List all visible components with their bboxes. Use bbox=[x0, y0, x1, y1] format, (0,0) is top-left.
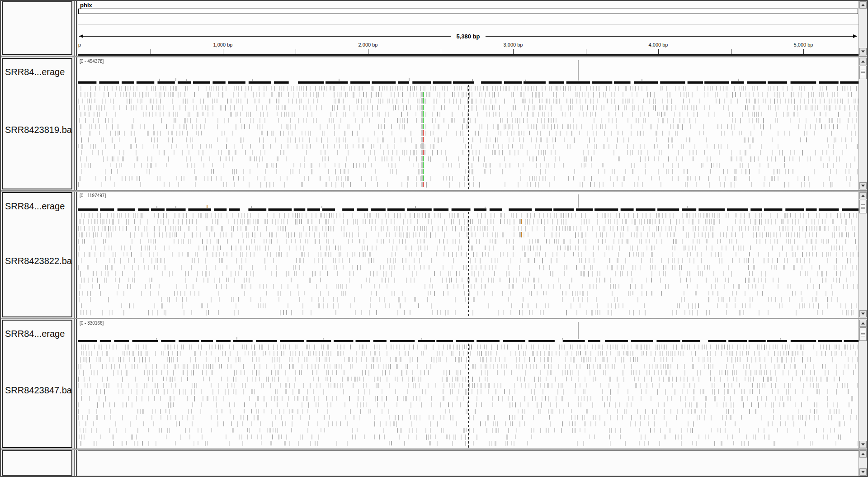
ruler-tick bbox=[658, 49, 659, 54]
scroll-up-button[interactable] bbox=[859, 58, 867, 65]
bottom-label-box bbox=[2, 450, 72, 476]
alignment-canvas[interactable] bbox=[78, 57, 859, 190]
panel-split-handle[interactable] bbox=[73, 450, 78, 476]
header-scrollbar[interactable] bbox=[859, 1, 867, 56]
ruler-tick bbox=[513, 49, 514, 54]
ruler-tick-label: 1,000 bp bbox=[213, 42, 233, 47]
triangle-down-icon bbox=[861, 444, 865, 446]
ruler-edge-partial-label: p bbox=[78, 42, 81, 47]
ruler-tick-label: 5,000 bp bbox=[794, 42, 813, 47]
scrollbar-thumb[interactable] bbox=[859, 66, 867, 79]
header-label-box bbox=[2, 1, 72, 55]
ruler-tick bbox=[441, 49, 441, 54]
track3-label-box[interactable]: SRR84...erage SRR8423847.ban bbox=[2, 320, 72, 448]
triangle-down-icon bbox=[861, 51, 865, 53]
triangle-up-icon bbox=[861, 4, 865, 6]
ruler-tick bbox=[586, 49, 586, 54]
track3-left-column: SRR84...erage SRR8423847.ban bbox=[1, 319, 73, 449]
ruler-tick bbox=[296, 49, 296, 54]
alignment-canvas[interactable] bbox=[78, 192, 859, 318]
alignment-track-label[interactable]: SRR8423847.ban bbox=[5, 385, 72, 396]
triangle-down-icon bbox=[861, 313, 865, 315]
triangle-down-icon bbox=[861, 185, 865, 187]
grip-icon bbox=[861, 70, 865, 75]
track-section-srr8423822: SRR84...erage SRR8423822.ban [0 - 119749… bbox=[1, 192, 867, 318]
bottom-main-area bbox=[78, 450, 859, 476]
ruler-tick-label: 3,000 bp bbox=[504, 42, 523, 47]
ruler-tick-label: 2,000 bp bbox=[359, 42, 378, 47]
scroll-down-button[interactable] bbox=[859, 468, 867, 476]
triangle-up-icon bbox=[861, 61, 865, 63]
scroll-down-button[interactable] bbox=[859, 182, 867, 189]
track3-main-area: [0 - 330166] bbox=[78, 319, 859, 449]
triangle-down-icon bbox=[861, 471, 865, 473]
grip-icon bbox=[861, 204, 865, 209]
scroll-down-button[interactable] bbox=[859, 310, 867, 317]
ruler-panel[interactable]: 5,380 bp p 1,000 bp2,000 bp3,000 bp4,000… bbox=[78, 24, 859, 56]
track1-main-area: [0 - 454378] bbox=[78, 57, 859, 190]
arrow-right-icon bbox=[853, 34, 857, 38]
alignment-track-label[interactable]: SRR8423822.ban bbox=[5, 256, 72, 266]
track1-left-column: SRR84...erage SRR8423819.ban bbox=[1, 57, 73, 190]
grip-icon bbox=[861, 332, 865, 337]
igv-window: phix 5,380 bp p 1,000 bp2,000 bp3,000 bp… bbox=[0, 0, 868, 477]
alignment-track-label[interactable]: SRR8423819.ban bbox=[5, 125, 72, 135]
header-section: phix 5,380 bp p 1,000 bp2,000 bp3,000 bp… bbox=[1, 1, 867, 56]
bottom-section bbox=[1, 450, 867, 476]
panel-split-handle[interactable] bbox=[73, 1, 78, 56]
header-left-column bbox=[1, 1, 73, 56]
track2-main-area: [0 - 1197497] bbox=[78, 192, 859, 318]
scrollbar-thumb[interactable] bbox=[859, 200, 867, 213]
triangle-up-icon bbox=[861, 322, 865, 325]
track2-left-column: SRR84...erage SRR8423822.ban bbox=[1, 192, 73, 318]
scrollbar-thumb[interactable] bbox=[859, 327, 867, 341]
scroll-down-button[interactable] bbox=[859, 48, 867, 55]
scroll-up-button[interactable] bbox=[859, 450, 867, 458]
view-span-label: 5,380 bp bbox=[451, 33, 485, 40]
ruler-tick-label: 4,000 bp bbox=[649, 42, 668, 47]
scroll-up-button[interactable] bbox=[859, 320, 867, 327]
panel-split-handle[interactable] bbox=[73, 192, 78, 318]
coverage-range-label: [0 - 454378] bbox=[80, 59, 104, 64]
panel-split-handle[interactable] bbox=[73, 319, 78, 449]
ruler-tick bbox=[731, 49, 731, 54]
scroll-up-button[interactable] bbox=[859, 1, 867, 9]
coverage-track-label[interactable]: SRR84...erage bbox=[5, 67, 65, 77]
track2-scrollbar[interactable] bbox=[859, 192, 867, 318]
header-main-area: phix 5,380 bp p 1,000 bp2,000 bp3,000 bp… bbox=[78, 1, 859, 56]
track3-scrollbar[interactable] bbox=[859, 319, 867, 449]
coverage-track-label[interactable]: SRR84...erage bbox=[5, 201, 65, 212]
bottom-scrollbar[interactable] bbox=[859, 450, 867, 476]
chromosome-ideogram-box[interactable] bbox=[78, 9, 858, 14]
panel-split-handle[interactable] bbox=[73, 57, 78, 190]
ruler-tick bbox=[368, 49, 368, 54]
scroll-down-button[interactable] bbox=[859, 441, 867, 448]
ruler-tick bbox=[151, 49, 151, 54]
track-section-srr8423819: SRR84...erage SRR8423819.ban [0 - 454378… bbox=[1, 57, 867, 190]
triangle-up-icon bbox=[861, 453, 865, 455]
ruler-tick bbox=[223, 49, 223, 54]
bottom-left-column bbox=[1, 450, 73, 476]
triangle-up-icon bbox=[861, 195, 865, 197]
coverage-track-label[interactable]: SRR84...erage bbox=[5, 329, 65, 339]
coverage-range-label: [0 - 1197497] bbox=[80, 193, 106, 198]
ruler-tick bbox=[803, 49, 804, 54]
track1-scrollbar[interactable] bbox=[859, 57, 867, 190]
track2-label-box[interactable]: SRR84...erage SRR8423822.ban bbox=[2, 192, 72, 317]
chromosome-name-label: phix bbox=[78, 1, 859, 8]
scroll-up-button[interactable] bbox=[859, 192, 867, 199]
track-section-srr8423847: SRR84...erage SRR8423847.ban [0 - 330166… bbox=[1, 319, 867, 449]
coverage-range-label: [0 - 330166] bbox=[80, 321, 104, 326]
alignment-canvas[interactable] bbox=[78, 319, 859, 449]
track1-label-box[interactable]: SRR84...erage SRR8423819.ban bbox=[2, 58, 72, 189]
arrow-left-icon bbox=[79, 34, 83, 38]
